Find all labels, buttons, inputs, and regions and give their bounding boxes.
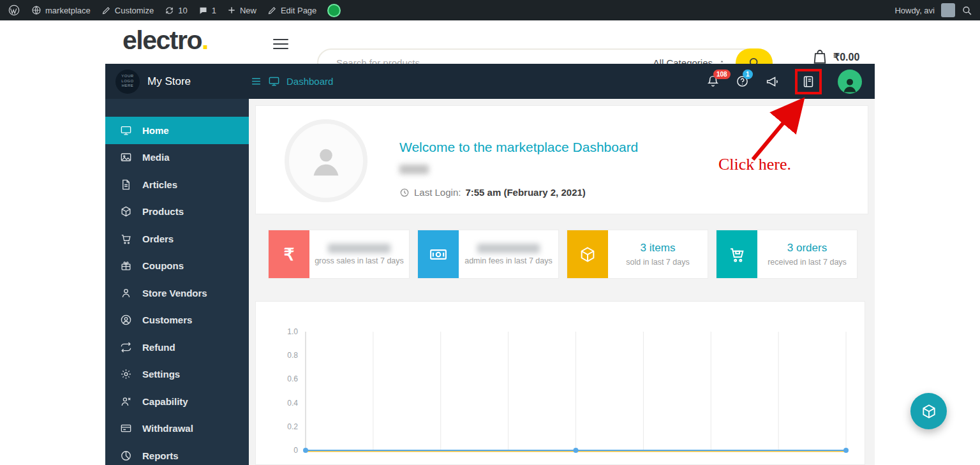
sidebar-label: Settings <box>142 369 180 380</box>
menu-hamburger-icon[interactable] <box>273 36 288 52</box>
customize-menu-item[interactable]: Customize <box>101 6 154 15</box>
svg-text:0: 0 <box>293 446 298 455</box>
admin-avatar[interactable] <box>941 3 955 17</box>
site-menu-item[interactable]: marketplace <box>31 5 91 15</box>
person-placeholder-icon <box>306 141 346 181</box>
sidebar-item-media[interactable]: Media <box>105 144 249 172</box>
sidebar-label: Media <box>142 152 170 163</box>
box-icon <box>567 230 608 278</box>
sidebar-item-refund[interactable]: Refund <box>105 334 249 361</box>
redacted-stat-value <box>477 244 540 253</box>
sidebar-label: Refund <box>142 342 175 353</box>
cart-total: ₹0.00 <box>833 51 859 63</box>
pencil-icon <box>267 6 277 15</box>
gear-icon <box>120 368 132 380</box>
new-menu-item[interactable]: New <box>227 6 256 15</box>
sidebar-label: Withdrawal <box>142 423 193 434</box>
notifications-button[interactable]: 108 <box>706 75 720 88</box>
floating-products-button[interactable] <box>910 393 947 429</box>
store-header-icons: 108 1 <box>706 69 875 94</box>
sidebar-item-store-vendors[interactable]: Store Vendors <box>105 279 249 307</box>
stat-card-admin-fees: admin fees in last 7 days <box>417 230 559 279</box>
sidebar-label: Articles <box>142 179 177 190</box>
dashboard-content: Welcome to the marketplace Dashboard Las… <box>249 99 875 465</box>
document-icon <box>120 179 132 191</box>
catalog-button[interactable] <box>795 69 822 94</box>
cart-icon <box>716 230 757 278</box>
book-icon <box>801 75 815 89</box>
help-button[interactable]: 1 <box>736 75 749 88</box>
sidebar-item-capability[interactable]: Capability <box>105 388 249 415</box>
wp-admin-bar: marketplace Customize 10 1 New Edit Page <box>0 0 980 20</box>
cart-bag-icon <box>812 48 828 65</box>
dashboard-sidebar: Home Media Articles Products Orders Coup… <box>105 99 249 465</box>
rupee-icon: ₹ <box>269 230 309 278</box>
new-label: New <box>240 6 256 15</box>
sales-chart: 1.00.80.60.40.20 <box>269 308 856 459</box>
comments-menu-item[interactable]: 1 <box>198 6 216 15</box>
store-identity: YOUR LOGO HERE My Store <box>105 70 251 94</box>
comment-icon <box>198 6 208 15</box>
plus-icon <box>227 6 236 15</box>
breadcrumb-dashboard-link[interactable]: Dashboard <box>286 76 333 87</box>
logo-text: electro <box>122 26 202 55</box>
updates-count: 10 <box>178 6 187 15</box>
plugin-icon[interactable] <box>327 4 341 17</box>
stat-card-orders-received: 3 orders received in last 7 days <box>716 230 858 279</box>
person-circle-icon <box>120 314 132 326</box>
sidebar-item-reports[interactable]: Reports <box>105 442 249 465</box>
site-name: marketplace <box>45 6 91 15</box>
person-icon <box>120 287 132 299</box>
stat-label: gross sales in last 7 days <box>315 256 404 265</box>
profile-avatar-placeholder <box>285 119 368 202</box>
sidebar-toggle-icon[interactable] <box>251 76 262 87</box>
announcements-button[interactable] <box>765 75 779 89</box>
howdy-label[interactable]: Howdy, avi <box>895 6 935 15</box>
sidebar-item-home[interactable]: Home <box>105 117 249 144</box>
stat-card-items-sold: 3 items sold in last 7 days <box>567 230 708 279</box>
stat-value: 3 orders <box>787 242 827 255</box>
store-logo[interactable]: YOUR LOGO HERE <box>115 70 140 94</box>
wordpress-logo-icon[interactable] <box>8 4 20 17</box>
welcome-title: Welcome to the marketplace Dashboard <box>399 140 638 155</box>
updates-menu-item[interactable]: 10 <box>165 6 187 15</box>
vendor-avatar[interactable] <box>838 70 862 94</box>
svg-text:0.8: 0.8 <box>287 351 298 360</box>
cube-icon <box>120 205 132 218</box>
sidebar-label: Reports <box>142 450 179 461</box>
pie-chart-icon <box>120 450 132 462</box>
svg-text:1.0: 1.0 <box>287 327 298 336</box>
stat-label: admin fees in last 7 days <box>464 256 553 265</box>
gift-icon <box>120 260 132 272</box>
image-icon <box>120 151 132 163</box>
sidebar-item-articles[interactable]: Articles <box>105 171 249 198</box>
breadcrumb: Dashboard <box>251 75 333 87</box>
help-badge: 1 <box>743 70 753 79</box>
sidebar-item-coupons[interactable]: Coupons <box>105 253 249 280</box>
box-icon <box>921 403 937 420</box>
clock-icon <box>399 188 410 198</box>
svg-text:0.2: 0.2 <box>287 422 298 431</box>
sidebar-label: Home <box>142 125 169 136</box>
sidebar-item-withdrawal[interactable]: Withdrawal <box>105 415 249 443</box>
last-login-row: Last Login: 7:55 am (February 2, 2021) <box>399 187 586 198</box>
customize-label: Customize <box>115 6 154 15</box>
sidebar-label: Coupons <box>142 260 184 271</box>
sidebar-item-products[interactable]: Products <box>105 198 249 226</box>
site-icon <box>31 5 41 15</box>
stat-cards-row: ₹ gross sales in last 7 days admin fees … <box>268 230 858 279</box>
svg-text:0.6: 0.6 <box>287 374 298 383</box>
sidebar-item-settings[interactable]: Settings <box>105 361 249 388</box>
search-icon[interactable] <box>961 5 972 16</box>
last-login-value: 7:55 am (February 2, 2021) <box>465 187 585 198</box>
sidebar-item-orders[interactable]: Orders <box>105 225 249 253</box>
update-icon <box>165 6 174 15</box>
sidebar-item-customers[interactable]: Customers <box>105 307 249 334</box>
electro-logo[interactable]: electro. <box>122 26 208 55</box>
monitor-icon <box>120 124 132 137</box>
logo-dot: . <box>202 26 208 55</box>
sidebar-label: Capability <box>142 396 188 407</box>
edit-page-menu-item[interactable]: Edit Page <box>267 6 316 15</box>
stat-value: 3 items <box>641 242 676 255</box>
notification-badge: 108 <box>713 70 731 79</box>
